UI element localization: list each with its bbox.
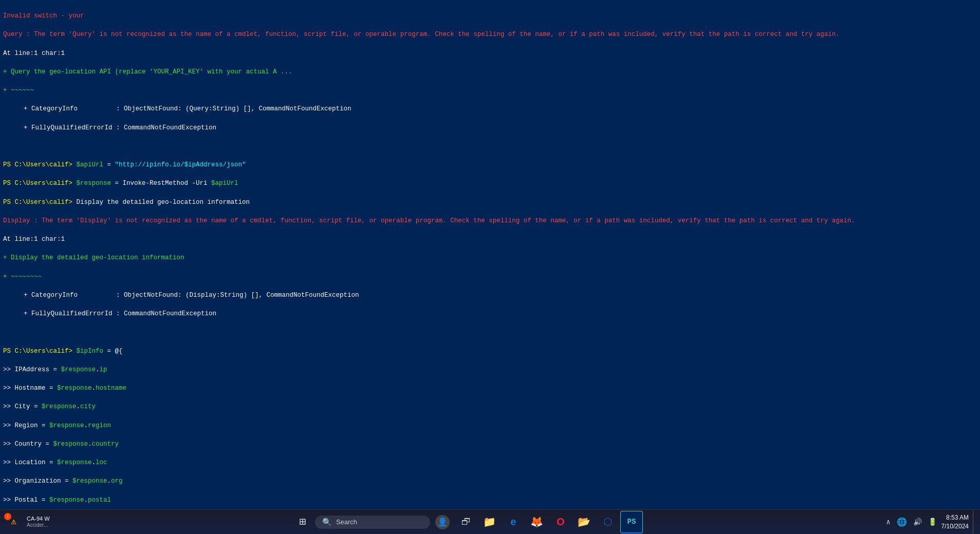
search-bar[interactable]: 🔍 Search	[315, 516, 430, 529]
notification-badge[interactable]: ⚠ !	[2, 511, 25, 533]
opera-button[interactable]: O	[549, 511, 572, 533]
terminal-button[interactable]: PS	[620, 511, 643, 533]
edge-browser-button[interactable]: e	[502, 511, 525, 533]
copilot-button[interactable]: 👤	[431, 511, 454, 533]
chevron-up-icon[interactable]: ∧	[884, 517, 892, 527]
vscode-button[interactable]: ⬡	[597, 511, 619, 533]
volume-icon[interactable]: 🔊	[912, 517, 923, 527]
task-view-button[interactable]: 🗗	[455, 511, 477, 533]
taskbar-left: ⚠ ! CA-94 W Accider...	[2, 511, 50, 533]
start-button[interactable]: ⊞	[291, 511, 314, 533]
taskbar-right: ∧ 🌐 🔊 🔋 8:53 AM 7/10/2024	[884, 511, 976, 533]
accident-icon: ⚠	[11, 519, 16, 526]
battery-icon[interactable]: 🔋	[927, 517, 938, 527]
traffic-road: CA-94 W	[27, 516, 50, 522]
file-explorer-button[interactable]: 📁	[478, 511, 501, 533]
traffic-sub: Accider...	[27, 522, 50, 528]
terminal: Invalid switch - your Query : The term '…	[0, 0, 980, 509]
search-icon: 🔍	[322, 518, 332, 527]
traffic-alert[interactable]: CA-94 W Accider...	[27, 516, 50, 528]
files-button[interactable]: 📂	[573, 511, 596, 533]
system-clock[interactable]: 8:53 AM 7/10/2024	[941, 513, 969, 531]
clock-time: 8:53 AM	[941, 513, 969, 522]
firefox-button[interactable]: 🦊	[526, 511, 548, 533]
taskbar-middle: ⊞ 🔍 Search 👤 🗗 📁 e 🦊 O 📂 ⬡ PS	[52, 511, 883, 533]
show-desktop-button[interactable]	[973, 511, 976, 533]
network-icon[interactable]: 🌐	[895, 516, 909, 528]
clock-date: 7/10/2024	[941, 522, 969, 531]
taskbar: ⚠ ! CA-94 W Accider... ⊞ 🔍 Search 👤 🗗 📁 …	[0, 509, 980, 534]
search-label: Search	[336, 518, 357, 526]
notification-count: !	[4, 513, 11, 520]
